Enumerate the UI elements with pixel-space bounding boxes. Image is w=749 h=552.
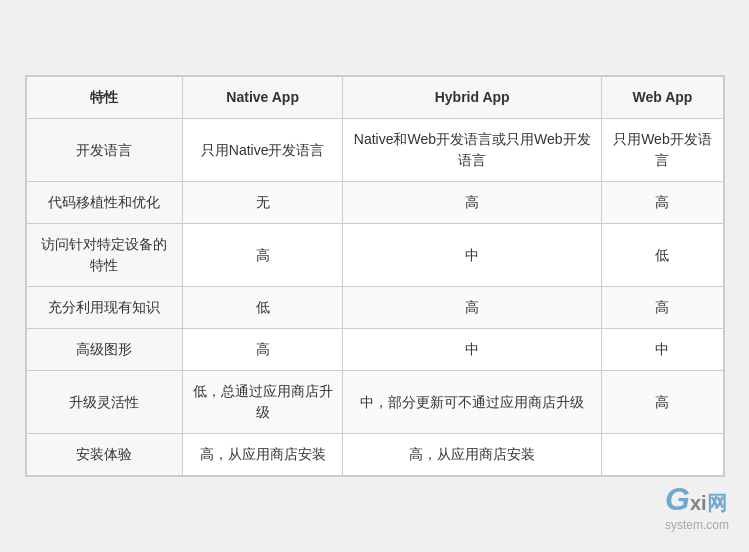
table-header-row: 特性 Native App Hybrid App Web App (26, 77, 723, 119)
cell-native: 低 (183, 287, 343, 329)
cell-feature: 高级图形 (26, 329, 183, 371)
comparison-table-wrapper: 特性 Native App Hybrid App Web App 开发语言只用N… (25, 75, 725, 477)
col-header-hybrid: Hybrid App (342, 77, 601, 119)
table-row: 安装体验高，从应用商店安装高，从应用商店安装 (26, 434, 723, 476)
table-row: 高级图形高中中 (26, 329, 723, 371)
cell-hybrid: 中，部分更新可不通过应用商店升级 (342, 371, 601, 434)
cell-hybrid: 中 (342, 224, 601, 287)
cell-native: 低，总通过应用商店升级 (183, 371, 343, 434)
cell-web: 只用Web开发语言 (602, 119, 723, 182)
cell-web: 中 (602, 329, 723, 371)
watermark-url: system.com (665, 518, 729, 532)
table-row: 升级灵活性低，总通过应用商店升级中，部分更新可不通过应用商店升级高 (26, 371, 723, 434)
table-row: 访问针对特定设备的特性高中低 (26, 224, 723, 287)
cell-feature: 安装体验 (26, 434, 183, 476)
cell-feature: 代码移植性和优化 (26, 182, 183, 224)
cell-native: 只用Native开发语言 (183, 119, 343, 182)
cell-native: 高，从应用商店安装 (183, 434, 343, 476)
cell-hybrid: 高，从应用商店安装 (342, 434, 601, 476)
cell-hybrid: 中 (342, 329, 601, 371)
cell-native: 高 (183, 224, 343, 287)
cell-web: 高 (602, 182, 723, 224)
cell-web: 高 (602, 287, 723, 329)
watermark: Gxi网 system.com (665, 481, 729, 532)
cell-native: 高 (183, 329, 343, 371)
cell-native: 无 (183, 182, 343, 224)
cell-web: 高 (602, 371, 723, 434)
cell-web: 低 (602, 224, 723, 287)
cell-hybrid: Native和Web开发语言或只用Web开发语言 (342, 119, 601, 182)
cell-feature: 升级灵活性 (26, 371, 183, 434)
table-row: 充分利用现有知识低高高 (26, 287, 723, 329)
col-header-native: Native App (183, 77, 343, 119)
cell-feature: 开发语言 (26, 119, 183, 182)
cell-hybrid: 高 (342, 287, 601, 329)
cell-feature: 访问针对特定设备的特性 (26, 224, 183, 287)
col-header-feature: 特性 (26, 77, 183, 119)
cell-web (602, 434, 723, 476)
table-row: 代码移植性和优化无高高 (26, 182, 723, 224)
table-row: 开发语言只用Native开发语言Native和Web开发语言或只用Web开发语言… (26, 119, 723, 182)
cell-feature: 充分利用现有知识 (26, 287, 183, 329)
comparison-table: 特性 Native App Hybrid App Web App 开发语言只用N… (26, 76, 724, 476)
watermark-logo: Gxi网 (665, 481, 729, 518)
col-header-web: Web App (602, 77, 723, 119)
cell-hybrid: 高 (342, 182, 601, 224)
